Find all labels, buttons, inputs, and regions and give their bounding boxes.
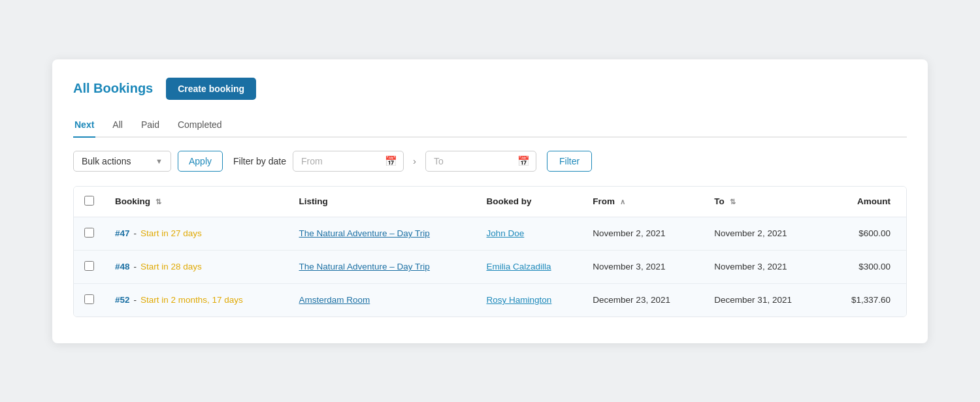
- tab-completed[interactable]: Completed: [176, 114, 223, 138]
- row-checkbox[interactable]: [84, 294, 94, 304]
- listing-cell: The Natural Adventure – Day Trip: [289, 250, 476, 283]
- listing-cell: Amsterdam Room: [289, 283, 476, 317]
- booked-by-cell: John Doe: [476, 217, 583, 250]
- booking-id-cell: #52 - Start in 2 months, 17 days: [105, 283, 289, 317]
- bulk-actions-dropdown[interactable]: Bulk actions ▼: [73, 151, 171, 172]
- page-header: All Bookings Create booking: [73, 78, 907, 100]
- row-checkbox-cell: [74, 250, 105, 283]
- apply-button[interactable]: Apply: [178, 151, 223, 172]
- listing-link[interactable]: The Natural Adventure – Day Trip: [299, 262, 430, 271]
- tab-all[interactable]: All: [111, 114, 124, 138]
- row-checkbox-cell: [74, 217, 105, 250]
- to-cell: December 31, 2021: [704, 283, 825, 317]
- amount-cell: $1,337.60: [825, 283, 906, 317]
- select-all-checkbox[interactable]: [84, 196, 94, 206]
- table-row: #52 - Start in 2 months, 17 days Amsterd…: [74, 283, 906, 317]
- bookings-table-wrap: Booking ⇅ Listing Booked by From ∧ To: [73, 186, 907, 317]
- booked-by-link[interactable]: Rosy Hamington: [487, 295, 552, 305]
- col-header-listing: Listing: [289, 187, 476, 217]
- booking-id[interactable]: #47: [115, 228, 130, 238]
- to-date-wrap: 📅: [425, 151, 536, 172]
- sort-icon-to: ⇅: [730, 198, 736, 206]
- from-date-input[interactable]: [293, 151, 404, 172]
- booking-id[interactable]: #48: [115, 262, 130, 271]
- to-cell: November 2, 2021: [704, 217, 825, 250]
- tab-bar: Next All Paid Completed: [73, 114, 907, 138]
- row-checkbox-cell: [74, 283, 105, 317]
- bookings-table: Booking ⇅ Listing Booked by From ∧ To: [74, 187, 906, 317]
- booked-by-cell: Rosy Hamington: [476, 283, 583, 317]
- booking-id-cell: #47 - Start in 27 days: [105, 217, 289, 250]
- col-header-booked-by: Booked by: [476, 187, 583, 217]
- booking-id-cell: #48 - Start in 28 days: [105, 250, 289, 283]
- filter-by-date-label: Filter by date: [233, 156, 286, 166]
- col-header-amount: Amount: [825, 187, 906, 217]
- from-cell: December 23, 2021: [582, 283, 704, 317]
- col-header-to[interactable]: To ⇅: [704, 187, 825, 217]
- booking-status: Start in 27 days: [140, 228, 202, 238]
- bookings-page: All Bookings Create booking Next All Pai…: [52, 59, 928, 343]
- tab-paid[interactable]: Paid: [140, 114, 161, 138]
- create-booking-button[interactable]: Create booking: [166, 78, 256, 100]
- row-checkbox[interactable]: [84, 228, 94, 238]
- sort-icon-from: ∧: [620, 198, 625, 206]
- page-title: All Bookings: [73, 81, 153, 96]
- filter-button[interactable]: Filter: [547, 151, 592, 172]
- sort-icon-booking: ⇅: [155, 198, 161, 206]
- amount-cell: $300.00: [825, 250, 906, 283]
- table-row: #47 - Start in 27 days The Natural Adven…: [74, 217, 906, 250]
- from-cell: November 2, 2021: [582, 217, 704, 250]
- to-cell: November 3, 2021: [704, 250, 825, 283]
- booked-by-cell: Emilia Calzadilla: [476, 250, 583, 283]
- table-header-row: Booking ⇅ Listing Booked by From ∧ To: [74, 187, 906, 217]
- col-header-booking[interactable]: Booking ⇅: [105, 187, 289, 217]
- tab-next[interactable]: Next: [73, 114, 95, 138]
- booking-status: Start in 2 months, 17 days: [140, 295, 243, 305]
- listing-link[interactable]: The Natural Adventure – Day Trip: [299, 228, 430, 238]
- row-checkbox[interactable]: [84, 261, 94, 271]
- to-date-input[interactable]: [425, 151, 536, 172]
- toolbar: Bulk actions ▼ Apply Filter by date 📅 › …: [73, 151, 907, 172]
- col-header-from[interactable]: From ∧: [582, 187, 704, 217]
- table-row: #48 - Start in 28 days The Natural Adven…: [74, 250, 906, 283]
- booked-by-link[interactable]: Emilia Calzadilla: [487, 262, 551, 271]
- from-cell: November 3, 2021: [582, 250, 704, 283]
- bulk-actions-label: Bulk actions: [82, 156, 131, 166]
- booked-by-link[interactable]: John Doe: [487, 228, 525, 238]
- select-all-cell: [74, 187, 105, 217]
- amount-cell: $600.00: [825, 217, 906, 250]
- booking-id[interactable]: #52: [115, 295, 130, 305]
- booking-status: Start in 28 days: [140, 262, 202, 271]
- chevron-down-icon: ▼: [155, 157, 163, 165]
- from-date-wrap: 📅: [293, 151, 404, 172]
- listing-link[interactable]: Amsterdam Room: [299, 295, 370, 305]
- listing-cell: The Natural Adventure – Day Trip: [289, 217, 476, 250]
- date-range-arrow: ›: [413, 155, 416, 166]
